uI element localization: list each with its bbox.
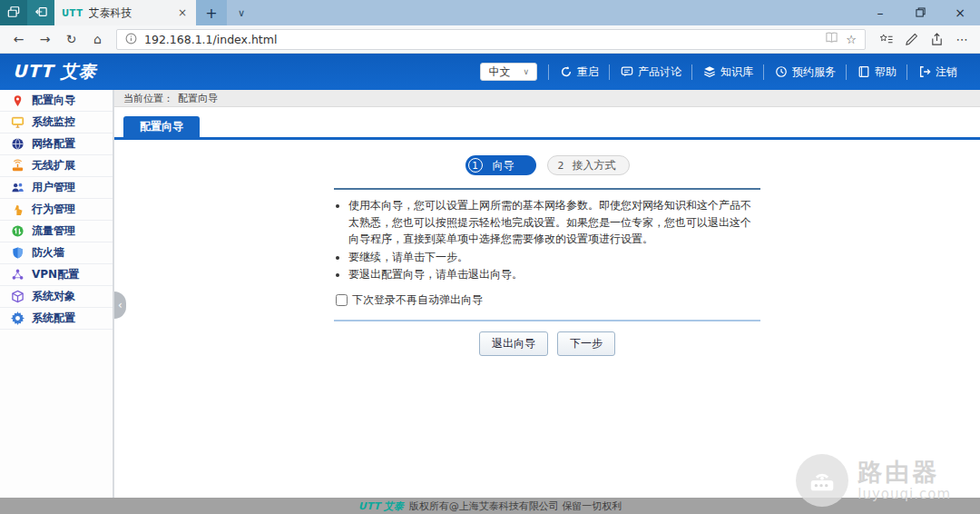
instruction-item: 要退出配置向导，请单击退出向导。: [348, 266, 760, 283]
menu-knowledge-base[interactable]: 知识库: [691, 64, 763, 80]
sidebar-item-objects[interactable]: 系统对象: [0, 286, 113, 308]
app-header: UTT 艾泰 中文 ∨ 重启 产品讨论: [0, 54, 980, 90]
share-icon[interactable]: [924, 33, 949, 46]
vpn-network-icon: [11, 268, 24, 282]
tab-list-chevron-icon[interactable]: ∨: [227, 0, 256, 25]
reading-view-icon[interactable]: [825, 31, 838, 48]
language-select[interactable]: 中文 ∨: [480, 63, 537, 81]
browser-toolbar: ← → ↻ ⌂ 192.168.1.1/index.html ☆ ⋯: [0, 25, 980, 54]
wizard-step-2: 2 接入方式: [547, 155, 630, 175]
close-button[interactable]: ×: [940, 0, 980, 25]
tabs-preview-button[interactable]: [0, 0, 27, 25]
favorite-star-icon[interactable]: ☆: [846, 33, 857, 46]
divider: [334, 188, 760, 190]
antenna-icon: [11, 159, 24, 173]
chevron-down-icon: ∨: [523, 67, 529, 76]
restore-icon: [916, 5, 926, 20]
language-value: 中文: [488, 64, 510, 80]
forward-icon[interactable]: →: [32, 32, 58, 46]
menu-product-discussion[interactable]: 产品讨论: [609, 64, 691, 80]
back-icon[interactable]: ←: [5, 32, 32, 46]
home-icon[interactable]: ⌂: [84, 32, 111, 46]
wizard-instructions: 使用本向导，您可以设置上网所需的基本网络参数。即使您对网络知识和这个产品不太熟悉…: [334, 197, 760, 283]
sidebar-item-label: VPN配置: [32, 267, 79, 282]
content-tab-row: 配置向导: [114, 116, 980, 140]
step-number-badge: 2: [558, 160, 564, 172]
cube-icon: [11, 290, 24, 303]
more-menu-icon[interactable]: ⋯: [949, 33, 975, 46]
tab-title: 艾泰科技: [89, 5, 171, 21]
shield-icon: [11, 246, 24, 260]
book-icon: [857, 65, 870, 79]
tab-close-icon[interactable]: ×: [176, 6, 189, 19]
chat-bubble-icon: [620, 65, 633, 79]
instruction-item: 要继续，请单击下一步。: [348, 249, 760, 266]
wizard-steps: 1 向导 2 接入方式: [114, 155, 980, 175]
breadcrumb-value: 配置向导: [178, 92, 218, 105]
breadcrumb-label: 当前位置：: [123, 92, 173, 105]
sidebar-item-label: 行为管理: [32, 202, 75, 217]
sidebar-item-firewall[interactable]: 防火墙: [0, 242, 113, 264]
step-number-badge: 1: [468, 158, 483, 173]
sidebar-item-users[interactable]: 用户管理: [0, 177, 113, 199]
menu-help-label: 帮助: [875, 64, 897, 80]
hand-icon: [11, 203, 24, 216]
sidebar-item-label: 防火墙: [32, 245, 64, 261]
titlebar-drag-area: [256, 0, 860, 25]
browser-window: UTT 艾泰科技 × + ∨ – × ← → ↻ ⌂ 192.168.1.1/i…: [0, 0, 980, 514]
site-info-icon[interactable]: [125, 31, 137, 48]
app-body: 配置向导 系统监控 网络配置 无线扩展: [0, 90, 980, 498]
tabs-preview-icon: [7, 5, 20, 22]
monitor-icon: [11, 115, 24, 129]
hub-favorites-icon[interactable]: [873, 33, 898, 46]
sidebar-item-wizard[interactable]: 配置向导: [0, 90, 113, 112]
sidebar-item-traffic[interactable]: 流量管理: [0, 221, 113, 242]
footer-logo: UTT 艾泰: [358, 499, 404, 513]
exit-wizard-button[interactable]: 退出向导: [479, 331, 548, 356]
wizard-panel: 1 向导 2 接入方式 使用本向导，您可以设置上网所需的基本网络参数。即使您对网…: [114, 140, 980, 498]
step-label: 接入方式: [573, 158, 616, 173]
sidebar-item-monitor[interactable]: 系统监控: [0, 112, 113, 133]
minimize-button[interactable]: –: [860, 0, 900, 25]
web-note-pen-icon[interactable]: [898, 33, 924, 46]
menu-help[interactable]: 帮助: [846, 64, 906, 80]
sidebar-item-wireless[interactable]: 无线扩展: [0, 155, 113, 177]
users-icon: [11, 181, 24, 194]
menu-knowledge-base-label: 知识库: [720, 64, 753, 80]
sidebar-item-behavior[interactable]: 行为管理: [0, 199, 113, 221]
skip-wizard-checkbox[interactable]: [336, 294, 348, 306]
sidebar-item-label: 系统对象: [32, 289, 75, 304]
menu-logout[interactable]: 注销: [906, 64, 967, 80]
globe-icon: [11, 137, 24, 151]
traffic-icon: [11, 224, 24, 238]
wizard-buttons: 退出向导 下一步: [334, 331, 760, 356]
sidebar-item-label: 系统监控: [32, 114, 75, 130]
sidebar-item-system-config[interactable]: 系统配置: [0, 308, 113, 330]
sidebar-item-label: 用户管理: [32, 180, 75, 195]
menu-restart-label: 重启: [577, 64, 599, 80]
menu-restart[interactable]: 重启: [548, 64, 609, 80]
sidebar-item-vpn[interactable]: VPN配置: [0, 264, 113, 286]
address-bar[interactable]: 192.168.1.1/index.html ☆: [116, 29, 866, 50]
breadcrumb: 当前位置： 配置向导: [114, 90, 980, 107]
gear-icon: [11, 311, 24, 325]
utt-logo: UTT 艾泰: [13, 60, 96, 84]
browser-tab[interactable]: UTT 艾泰科技 ×: [54, 0, 196, 25]
set-tabs-aside-button[interactable]: [27, 0, 54, 25]
menu-appointment-service-label: 预约服务: [792, 64, 836, 80]
divider: [334, 320, 760, 321]
new-tab-button[interactable]: +: [196, 0, 227, 25]
menu-appointment-service[interactable]: 预约服务: [763, 64, 846, 80]
footer-copyright: 版权所有@上海艾泰科技有限公司 保留一切权利: [409, 499, 622, 513]
url-text[interactable]: 192.168.1.1/index.html: [144, 33, 818, 46]
skip-wizard-row[interactable]: 下次登录不再自动弹出向导: [336, 292, 760, 308]
sidebar-item-label: 网络配置: [32, 136, 75, 152]
skip-wizard-label: 下次登录不再自动弹出向导: [352, 292, 483, 308]
header-menu: 中文 ∨ 重启 产品讨论 知识库: [480, 63, 967, 81]
restore-button[interactable]: [900, 0, 940, 25]
refresh-icon[interactable]: ↻: [58, 32, 84, 46]
sidebar-item-network[interactable]: 网络配置: [0, 133, 113, 155]
layers-icon: [702, 65, 716, 79]
tab-config-wizard[interactable]: 配置向导: [123, 116, 200, 137]
next-step-button[interactable]: 下一步: [557, 331, 615, 356]
